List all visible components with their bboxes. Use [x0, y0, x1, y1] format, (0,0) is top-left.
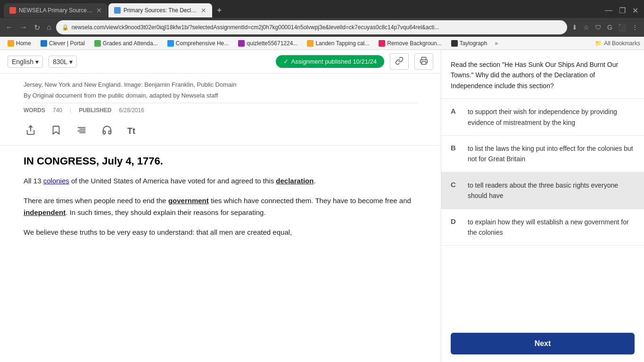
app-container: English ▾ 830L ▾ ✓ Assignment published …: [0, 50, 644, 362]
bookmark-quiz-label: quizlette55671224...: [247, 40, 297, 47]
published-badge: ✓ Assignment published 10/21/24: [276, 55, 384, 68]
paragraph-button[interactable]: [74, 123, 89, 140]
tab-newsela-close[interactable]: ✕: [96, 7, 102, 14]
address-bar[interactable]: [72, 24, 561, 31]
bookmark-icon: [51, 125, 61, 135]
answer-letter-b: B: [451, 144, 460, 152]
link-icon: [395, 57, 404, 65]
download-button[interactable]: ⬇: [570, 22, 579, 33]
bookmark-home[interactable]: Home: [4, 39, 35, 48]
published-date: 6/28/2016: [119, 107, 144, 114]
share-button[interactable]: [24, 123, 38, 140]
answer-option-a[interactable]: A to support their wish for independence…: [441, 99, 644, 136]
article-paragraph-2: There are times when people need to end …: [24, 195, 417, 219]
declaration-link[interactable]: declaration: [276, 177, 314, 185]
nav-bar: ← → ↻ ⌂ 🔒 ⬇ ☆ 🛡 G ⬛ ⋮: [0, 18, 644, 37]
maximize-button[interactable]: ❐: [617, 4, 627, 17]
article-title: IN CONGRESS, July 4, 1776.: [24, 155, 417, 167]
primary-favicon: [114, 7, 121, 14]
bookmark-taylo-label: Taylograph: [460, 40, 487, 47]
bookmark-clever[interactable]: Clever | Portal: [37, 39, 89, 48]
answer-text-b: to list the laws the king put into effec…: [468, 143, 635, 165]
bookmark-remove[interactable]: Remove Backgroun...: [375, 39, 445, 48]
language-selector[interactable]: English ▾: [8, 56, 43, 68]
bookmark-landen-icon: [307, 40, 314, 47]
reload-button[interactable]: ↻: [32, 21, 42, 34]
headphone-icon: [102, 125, 112, 135]
minimize-button[interactable]: —: [603, 4, 614, 17]
bookmark-quiz-icon: [238, 40, 245, 47]
folder-icon: 📁: [595, 40, 602, 47]
colonies-link[interactable]: colonies: [43, 177, 69, 185]
bookmark-landen[interactable]: Landen Tapping cal...: [303, 39, 373, 48]
font-icon: Tt: [127, 126, 135, 136]
article-content: IN CONGRESS, July 4, 1776. All 13 coloni…: [0, 146, 441, 255]
bookmarks-all[interactable]: 📁 All Bookmarks: [595, 40, 640, 47]
bookmark-sw[interactable]: Comprehensive He...: [164, 39, 233, 48]
menu-button[interactable]: ⋮: [630, 22, 640, 33]
bookmark-button[interactable]: [49, 123, 63, 140]
answer-letter-a: A: [451, 107, 460, 115]
new-tab-button[interactable]: +: [213, 6, 226, 16]
p1-mid: of the United States of America have vot…: [69, 177, 276, 185]
article-paragraph-3: We believe these truths to be very easy …: [24, 226, 417, 239]
tab-primary-close[interactable]: ✕: [201, 7, 206, 14]
back-button[interactable]: ←: [4, 21, 15, 33]
p2-post: . In such times, they should explain the…: [66, 208, 265, 216]
bookmark-sw-icon: [167, 40, 174, 47]
browser-chrome: NEWSELA Primary Source: 'Th... ✕ Primary…: [0, 0, 644, 50]
next-button[interactable]: Next: [451, 333, 635, 354]
tab-newsela[interactable]: NEWSELA Primary Source: 'Th... ✕: [4, 3, 107, 17]
level-selector[interactable]: 830L ▾: [49, 56, 77, 68]
shield-button[interactable]: 🛡: [593, 22, 603, 33]
p2-mid: ties which have connected them. They hav…: [209, 197, 411, 205]
bookmark-sis[interactable]: Grades and Attenda...: [91, 39, 162, 48]
words-count: 740: [53, 107, 62, 114]
answer-option-b[interactable]: B to list the laws the king put into eff…: [441, 136, 644, 173]
independent-link[interactable]: independent: [24, 208, 66, 216]
bookmarks-more[interactable]: »: [493, 39, 500, 48]
audio-button[interactable]: [100, 123, 114, 140]
extension-button[interactable]: G: [605, 22, 614, 33]
p2-pre: There are times when people need to end …: [24, 197, 168, 205]
tab-primary-title: Primary Sources: The Declarati...: [124, 7, 198, 14]
tab-primary[interactable]: Primary Sources: The Declarati... ✕: [108, 3, 212, 17]
published-label: Assignment published 10/21/24: [291, 58, 377, 65]
level-arrow-icon: ▾: [69, 58, 73, 66]
article-stats: WORDS 740 | PUBLISHED 6/28/2016: [24, 103, 417, 114]
nav-actions: ⬇ ☆ 🛡 G ⬛ ⋮: [570, 22, 640, 33]
bookmark-sis-icon: [94, 40, 101, 47]
government-link[interactable]: government: [168, 197, 209, 205]
bookmarks-all-label: All Bookmarks: [604, 40, 640, 47]
bookmark-taylo[interactable]: Taylograph: [447, 39, 491, 48]
app-header: English ▾ 830L ▾ ✓ Assignment published …: [0, 50, 441, 74]
bookmark-taylo-icon: [451, 40, 458, 47]
article-caption: Jersey, New York and New England. Image:…: [24, 81, 417, 88]
bookmark-clever-icon: [41, 40, 47, 47]
answer-option-d[interactable]: D to explain how they will establish a n…: [441, 209, 644, 246]
bookmark-remove-icon: [379, 40, 385, 47]
p1-pre: All 13: [24, 177, 43, 185]
tab-newsela-title: NEWSELA Primary Source: 'Th...: [19, 7, 93, 14]
svg-rect-0: [422, 62, 426, 65]
bookmark-clever-label: Clever | Portal: [49, 40, 85, 47]
answer-option-c[interactable]: C to tell readers about the three basic …: [441, 173, 644, 209]
answer-text-c: to tell readers about the three basic ri…: [468, 180, 635, 201]
print-button[interactable]: [414, 53, 433, 70]
link-button[interactable]: [390, 53, 409, 70]
words-label: WORDS: [24, 107, 45, 114]
home-button[interactable]: ⌂: [45, 21, 53, 33]
article-toolbar: Tt: [0, 117, 441, 146]
tab-bar: NEWSELA Primary Source: 'Th... ✕ Primary…: [0, 0, 644, 18]
forward-button[interactable]: →: [18, 21, 29, 33]
published-label: PUBLISHED: [79, 107, 111, 114]
close-button[interactable]: ✕: [630, 4, 640, 17]
p1-post: .: [314, 177, 315, 185]
bookmark-quiz[interactable]: quizlette55671224...: [234, 39, 301, 48]
language-arrow-icon: ▾: [35, 58, 39, 66]
font-button[interactable]: Tt: [125, 124, 137, 138]
right-panel: Read the section "He Has Sunk Our Ships …: [441, 50, 644, 362]
question-text: Read the section "He Has Sunk Our Ships …: [441, 50, 644, 99]
star-button[interactable]: ☆: [581, 22, 591, 33]
extensions-button[interactable]: ⬛: [616, 22, 628, 33]
